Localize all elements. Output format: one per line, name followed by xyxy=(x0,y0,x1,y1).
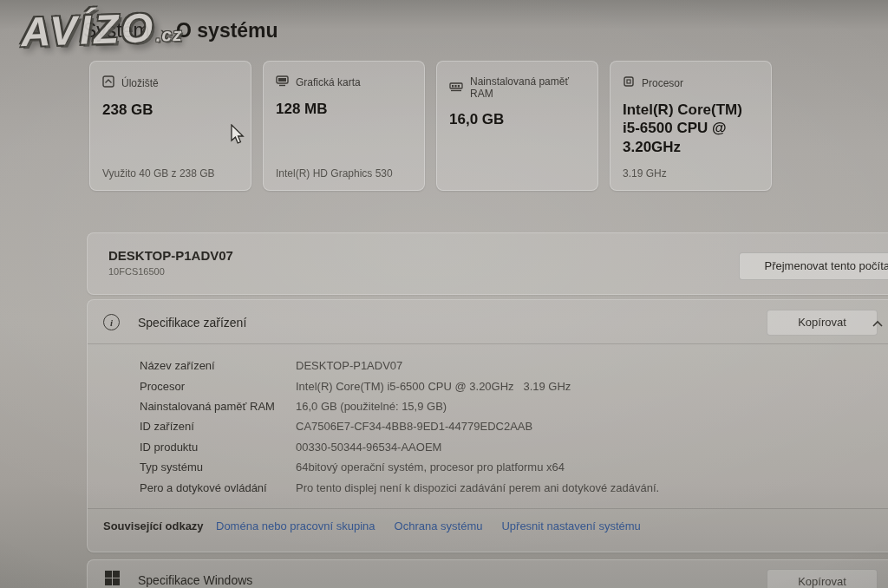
rename-pc-button[interactable]: Přejmenovat tento počítač xyxy=(739,252,888,280)
storage-card-value: 238 GB xyxy=(102,101,238,119)
processor-card-value: Intel(R) Core(TM) i5-6500 CPU @ 3.20GHz xyxy=(623,101,759,156)
spec-row-pen-touch: Pero a dotykové ovládání Pro tento displ… xyxy=(140,477,659,497)
graphics-card-footer: Intel(R) HD Graphics 530 xyxy=(276,167,393,180)
processor-card-label: Procesor xyxy=(642,77,683,89)
related-links-row: Související odkazy Doména nebo pracovní … xyxy=(103,519,660,532)
device-header-card: DESKTOP-P1ADV07 10FCS16500 Přejmenovat t… xyxy=(87,232,888,295)
processor-card-footer: 3.19 GHz xyxy=(623,167,667,180)
copy-device-specs-button[interactable]: Kopírovat xyxy=(767,310,878,336)
device-serial: 10FCS16500 xyxy=(108,266,165,277)
graphics-card: Grafická karta 128 MB Intel(R) HD Graphi… xyxy=(263,61,425,191)
ram-icon xyxy=(449,82,463,95)
graphics-card-icon xyxy=(276,75,289,89)
device-specs-rows: Název zařízení DESKTOP-P1ADV07 Procesor … xyxy=(140,356,659,498)
link-system-protection[interactable]: Ochrana systému xyxy=(395,519,483,532)
windows-specs-card[interactable]: Specifikace Windows Kopírovat xyxy=(87,559,888,588)
divider xyxy=(88,343,888,344)
storage-card-footer: Využito 40 GB z 238 GB xyxy=(102,167,215,180)
processor-card: Procesor Intel(R) Core(TM) i5-6500 CPU @… xyxy=(610,61,772,191)
windows-logo-icon xyxy=(105,571,120,585)
windows-specs-title: Specifikace Windows xyxy=(138,573,252,587)
device-specs-expander[interactable]: i Specifikace zařízení Kopírovat xyxy=(88,300,888,343)
ram-card: Nainstalovaná paměť RAM 16,0 GB xyxy=(436,61,598,191)
device-name: DESKTOP-P1ADV07 xyxy=(108,248,233,263)
spec-row-system-type: Typ systému 64bitový operační systém, pr… xyxy=(140,457,659,477)
ram-card-value: 16,0 GB xyxy=(449,110,585,128)
info-icon: i xyxy=(103,314,120,330)
spec-row-processor: Procesor Intel(R) Core(TM) i5-6500 CPU @… xyxy=(140,376,659,395)
copy-windows-specs-button[interactable]: Kopírovat xyxy=(767,569,878,588)
divider xyxy=(88,508,888,509)
ram-card-label: Nainstalovaná paměť RAM xyxy=(470,75,585,100)
settings-about-page: Systém › O systému Úložiště 238 GB Využi… xyxy=(0,0,888,588)
overview-cards: Úložiště 238 GB Využito 40 GB z 238 GB G… xyxy=(89,61,772,191)
graphics-card-value: 128 MB xyxy=(276,100,412,118)
spec-row-product-id: ID produktu 00330-50344-96534-AAOEM xyxy=(140,437,659,457)
storage-card-label: Úložiště xyxy=(121,77,159,89)
mouse-cursor-icon xyxy=(231,124,245,148)
graphics-card-label: Grafická karta xyxy=(296,76,361,88)
spec-row-ram: Nainstalovaná paměť RAM 16,0 GB (použite… xyxy=(140,396,659,416)
avizo-watermark-suffix: .cz xyxy=(155,24,183,45)
avizo-watermark: AVÍZO.cz xyxy=(20,3,183,56)
device-specs-card: i Specifikace zařízení Kopírovat Název z… xyxy=(87,299,888,552)
device-specs-title: Specifikace zařízení xyxy=(138,316,246,330)
related-links-label: Související odkazy xyxy=(103,519,216,532)
storage-icon xyxy=(102,75,114,90)
chevron-up-icon[interactable] xyxy=(871,317,885,331)
page-title: O systému xyxy=(176,19,278,42)
link-domain-workgroup[interactable]: Doména nebo pracovní skupina xyxy=(216,519,375,532)
storage-card: Úložiště 238 GB Využito 40 GB z 238 GB xyxy=(89,61,251,191)
link-advanced-system-settings[interactable]: Upřesnit nastavení systému xyxy=(501,519,640,532)
avizo-watermark-brand: AVÍZO xyxy=(20,4,156,55)
cpu-icon xyxy=(623,75,635,90)
spec-row-device-name: Název zařízení DESKTOP-P1ADV07 xyxy=(140,356,659,376)
spec-row-device-id: ID zařízení CA7506E7-CF34-4BB8-9ED1-4477… xyxy=(140,416,659,436)
